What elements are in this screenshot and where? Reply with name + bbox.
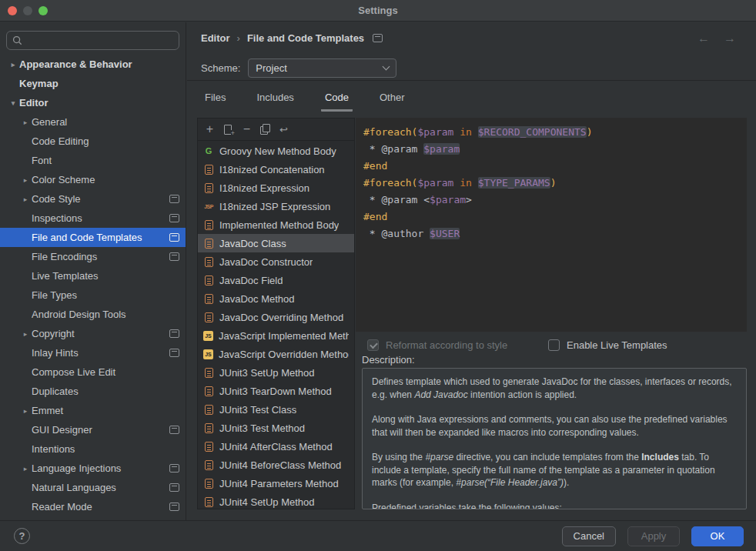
sidebar-item-label: Inspections (32, 212, 165, 224)
template-item-implemented-method-body[interactable]: Implemented Method Body (198, 215, 354, 234)
scheme-dropdown[interactable]: Project (248, 58, 396, 78)
template-item-javadoc-overriding-method[interactable]: JavaDoc Overriding Method (198, 308, 354, 326)
template-item-label: I18nized Concatenation (219, 164, 325, 175)
template-item-label: JavaScript Implemented Method (219, 330, 349, 342)
copy-template-icon[interactable] (259, 123, 272, 136)
sidebar-item-color-scheme[interactable]: ▸Color Scheme (0, 170, 186, 189)
forward-icon[interactable]: → (724, 32, 736, 45)
chevron-right-icon[interactable]: ▸ (19, 330, 32, 338)
sidebar-item-intentions[interactable]: Intentions (0, 439, 186, 459)
code-token: ) (550, 177, 557, 189)
sidebar-item-reader-mode[interactable]: Reader Mode (0, 497, 186, 516)
chevron-right-icon[interactable]: ▸ (19, 465, 32, 473)
sidebar-item-live-templates[interactable]: Live Templates (0, 266, 186, 286)
template-item-junit3-test-method[interactable]: JUnit3 Test Method (198, 419, 354, 437)
sidebar-item-label: Live Templates (32, 270, 179, 282)
sidebar-item-label: Color Scheme (32, 174, 179, 185)
tab-code[interactable]: Code (321, 90, 353, 112)
sidebar-item-keymap[interactable]: Keymap (0, 74, 186, 93)
template-file-icon (205, 423, 213, 433)
reformat-checkbox[interactable] (367, 339, 379, 351)
sidebar-item-file-types[interactable]: File Types (0, 286, 186, 305)
template-item-i18nized-jsp-expression[interactable]: JSPI18nized JSP Expression (198, 197, 354, 215)
remove-template-icon[interactable] (240, 123, 253, 136)
template-item-junit3-test-class[interactable]: JUnit3 Test Class (198, 400, 354, 419)
template-item-junit3-teardown-method[interactable]: JUnit3 TearDown Method (198, 382, 354, 400)
template-file-icon (205, 405, 213, 415)
template-item-i18nized-concatenation[interactable]: I18nized Concatenation (198, 160, 354, 179)
template-editor[interactable]: #foreach($param in $RECORD_COMPONENTS) *… (356, 118, 747, 332)
ok-button[interactable]: OK (691, 526, 744, 546)
sidebar-item-duplicates[interactable]: Duplicates (0, 382, 186, 401)
title-bar: Settings (0, 0, 756, 22)
template-item-javadoc-constructor[interactable]: JavaDoc Constructor (198, 252, 354, 271)
divider (187, 80, 756, 81)
help-button[interactable]: ? (14, 528, 30, 544)
template-item-javadoc-field[interactable]: JavaDoc Field (198, 271, 354, 289)
template-item-label: JUnit3 Test Class (219, 404, 296, 416)
sidebar-item-appearance-behavior[interactable]: ▸Appearance & Behavior (0, 55, 186, 74)
enable-live-templates-checkbox[interactable] (548, 339, 560, 351)
chevron-right-icon[interactable]: ▸ (19, 195, 32, 203)
template-item-junit4-beforeclass-method[interactable]: JUnit4 BeforeClass Method (198, 456, 354, 474)
apply-button[interactable]: Apply (627, 526, 680, 546)
sidebar-item-emmet[interactable]: ▸Emmet (0, 401, 186, 420)
sidebar-item-file-encodings[interactable]: File Encodings (0, 247, 186, 266)
breadcrumb: Editor › File and Code Templates (201, 32, 383, 44)
template-item-junit4-afterclass-method[interactable]: JUnit4 AfterClass Method (198, 437, 354, 456)
sidebar-item-font[interactable]: Font (0, 151, 186, 170)
code-line: * @author $USER (363, 225, 747, 242)
tab-other[interactable]: Other (376, 90, 409, 112)
template-item-javadoc-class[interactable]: JavaDoc Class (198, 234, 354, 252)
description-text: directive, you can include templates fro… (453, 452, 641, 463)
template-item-javascript-overridden-method[interactable]: JSJavaScript Overridden Method (198, 345, 354, 363)
chevron-right-icon[interactable]: ▸ (19, 176, 32, 184)
screen-icon (169, 426, 179, 434)
scheme-label: Scheme: (201, 62, 240, 74)
template-item-groovy-new-method-body[interactable]: GGroovy New Method Body (198, 142, 354, 160)
code-token: $TYPE_PARAMS (478, 177, 550, 189)
cancel-button[interactable]: Cancel (562, 526, 616, 546)
sidebar-item-language-injections[interactable]: ▸Language Injections (0, 459, 186, 478)
template-item-i18nized-expression[interactable]: I18nized Expression (198, 179, 354, 197)
reset-templates-icon[interactable] (277, 123, 290, 136)
chevron-down-icon[interactable]: ▾ (7, 99, 19, 107)
add-template-icon[interactable] (203, 123, 216, 136)
sidebar-item-inspections[interactable]: Inspections (0, 209, 186, 228)
search-icon (12, 35, 22, 45)
sidebar-item-label: Copyright (32, 328, 165, 339)
settings-search[interactable] (6, 31, 179, 50)
sidebar-item-editor[interactable]: ▾Editor (0, 93, 186, 112)
template-item-junit4-parameters-method[interactable]: JUnit4 Parameters Method (198, 474, 354, 493)
back-icon[interactable]: ← (697, 32, 710, 45)
template-item-javadoc-method[interactable]: JavaDoc Method (198, 289, 354, 308)
search-input[interactable] (26, 35, 173, 46)
description-text: Along with Java expressions and comments… (372, 414, 728, 438)
sidebar-item-copyright[interactable]: ▸Copyright (0, 324, 186, 343)
template-file-icon (205, 165, 213, 175)
sidebar-item-code-editing[interactable]: Code Editing (0, 132, 186, 151)
template-item-label: JavaDoc Method (219, 293, 295, 305)
sidebar-item-compose-live-edit[interactable]: Compose Live Edit (0, 362, 186, 382)
sidebar-item-code-style[interactable]: ▸Code Style (0, 189, 186, 209)
code-token: $RECORD_COMPONENTS (478, 126, 587, 138)
sidebar-item-natural-languages[interactable]: Natural Languages (0, 478, 186, 497)
sidebar-item-inlay-hints[interactable]: Inlay Hints (0, 343, 186, 362)
tab-includes[interactable]: Includes (253, 90, 297, 112)
template-item-junit4-setup-method[interactable]: JUnit4 SetUp Method (198, 493, 354, 509)
sidebar-item-gui-designer[interactable]: GUI Designer (0, 420, 186, 439)
sidebar-item-android-design-tools[interactable]: Android Design Tools (0, 305, 186, 324)
template-list: GGroovy New Method BodyI18nized Concaten… (198, 141, 354, 509)
chevron-right-icon[interactable]: ▸ (19, 119, 32, 126)
chevron-right-icon[interactable]: ▸ (19, 407, 32, 415)
sidebar-item-general[interactable]: ▸General (0, 112, 186, 132)
template-item-junit3-setup-method[interactable]: JUnit3 SetUp Method (198, 363, 354, 382)
code-token: $param (417, 177, 453, 189)
breadcrumb-editor[interactable]: Editor (201, 32, 230, 44)
sidebar-item-file-and-code-templates[interactable]: File and Code Templates (0, 228, 186, 247)
create-child-template-icon[interactable] (222, 123, 235, 136)
template-item-label: JavaDoc Constructor (219, 256, 313, 268)
template-item-javascript-implemented-method[interactable]: JSJavaScript Implemented Method (198, 326, 354, 345)
tab-files[interactable]: Files (201, 90, 229, 112)
chevron-right-icon[interactable]: ▸ (7, 61, 19, 68)
